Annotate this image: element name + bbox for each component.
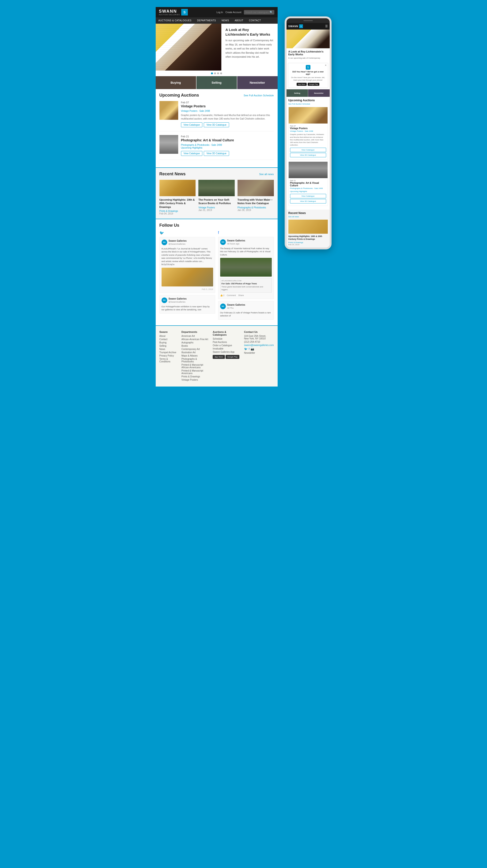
footer-privacy[interactable]: Privacy Policy [159, 354, 178, 357]
auction-category-1[interactable]: Vintage Posters · Sale 2498 [181, 110, 210, 112]
view-3d-catalogue-btn-1[interactable]: View 3D Catalogue [204, 122, 229, 127]
mobile-view-catalogue-btn-2[interactable]: View Catalogue [290, 194, 326, 198]
follow-us-section: Follow Us 🐦 SG Swann Galleries @SwannGal… [156, 219, 278, 326]
cta-newsletter-button[interactable]: Newsletter [237, 76, 278, 89]
footer-terms[interactable]: Terms & Conditions [159, 358, 178, 363]
mobile-auction-cat-2[interactable]: Photographs & Photobooks · Sale 2499 [290, 187, 326, 189]
footer-facebook-icon[interactable]: f [249, 347, 249, 351]
footer-google-play-btn[interactable]: Google Play [225, 355, 240, 359]
cta-selling-button[interactable]: Selling [196, 76, 237, 89]
dot-4[interactable] [220, 72, 222, 74]
footer-invaluable[interactable]: Invaluable [213, 347, 240, 350]
cta-buying-button[interactable]: Buying [156, 76, 196, 89]
news-section: Recent News See all news Upcoming Highli… [156, 168, 278, 219]
news-category-3[interactable]: Photographs & Photobooks [238, 206, 274, 209]
view-catalogue-btn-2[interactable]: View Catalogue [181, 151, 203, 156]
dot-3[interactable] [217, 72, 219, 74]
mobile-cta-newsletter[interactable]: Newsletter [308, 89, 330, 97]
facebook-comment-btn[interactable]: Comment [227, 294, 236, 297]
footer-american-art[interactable]: American Art [181, 335, 209, 337]
logo-subtitle: AUCTION GALLERIES [159, 14, 180, 16]
footer-twitter-icon[interactable]: 🐦 [244, 347, 248, 351]
footer-newsletter-link[interactable]: Newsletter [244, 351, 274, 354]
auction-highlight-2[interactable]: Upcoming Highlights [181, 147, 274, 149]
mobile-auction-highlight-2[interactable]: Upcoming Highlights [290, 190, 326, 192]
site-header: SWANN AUCTION GALLERIES S Log In Create … [156, 7, 278, 17]
footer-instagram-icon[interactable]: 📷 [251, 347, 254, 351]
logo-icon: S [181, 9, 188, 16]
footer-schedule[interactable]: Schedule [213, 338, 240, 340]
facebook-post-2-header: SG Swann Galleries 4d Thu [220, 303, 272, 310]
footer-swann-app[interactable]: Swann Galleries App [213, 351, 240, 353]
twitter-icon: 🐦 [159, 231, 164, 235]
create-account-link[interactable]: Create Account [225, 11, 241, 13]
footer-email[interactable]: swann@swanngalleries.com [244, 344, 274, 346]
mobile-see-all-news[interactable]: See all news [288, 216, 328, 218]
footer-selling[interactable]: Selling [159, 345, 178, 347]
mobile-news-cat-1[interactable]: Prints & Drawings [288, 242, 328, 244]
mobile-auction-desc-1: Graphic posters by Cassandre, Hohlwein a… [290, 133, 326, 146]
footer-prints-drawings[interactable]: Prints & Drawings [181, 375, 209, 378]
footer-news[interactable]: News [159, 348, 178, 350]
dot-2[interactable] [214, 72, 216, 74]
hero-section: A Look at Roy Lichtenstein's Early Works… [156, 24, 278, 70]
mobile-cta-selling[interactable]: Selling [286, 89, 308, 97]
footer-maps[interactable]: Maps & Atlases [181, 354, 209, 357]
news-date-3: Jan 30, 2019 [238, 209, 274, 211]
nav-contact[interactable]: CONTACT [246, 17, 264, 24]
cta-row: Buying Selling Newsletter [156, 76, 278, 89]
facebook-post-1-image [220, 258, 272, 277]
popup-app-store-btn[interactable]: App Store [297, 83, 307, 86]
logo-area: SWANN AUCTION GALLERIES S [159, 9, 188, 16]
mobile-view-3d-btn-2[interactable]: View 3D Catalogue [290, 199, 326, 204]
facebook-post-1-footer: 👍 2 Comment Share [220, 294, 272, 297]
footer-printed-americans[interactable]: Printed & Manuscript Americans [181, 369, 209, 375]
footer-autographs[interactable]: Autographs [181, 341, 209, 344]
footer-vintage-posters[interactable]: Vintage Posters [181, 378, 209, 381]
footer-buying[interactable]: Buying [159, 341, 178, 344]
mobile-see-full-link[interactable]: See Full Auction Schedule [288, 103, 328, 105]
footer-swann-col: Swann About Contact Buying Selling News … [159, 331, 178, 382]
footer-contemporary[interactable]: Contemporary Art [181, 348, 209, 350]
footer-trumpet[interactable]: Trumpet Archive [159, 351, 178, 354]
view-catalogue-btn-1[interactable]: View Catalogue [181, 122, 203, 127]
facebook-link-preview: ATLASOBSCURA.COM For Sale: Old Photos of… [220, 278, 272, 292]
nav-about[interactable]: ABOUT [232, 17, 246, 24]
footer-order-catalogue[interactable]: Order a Catalogue [213, 344, 240, 347]
footer-contact[interactable]: Contact [159, 338, 178, 341]
news-category-1[interactable]: Prints & Drawings [159, 210, 196, 212]
twitter-post-1-text: #LouisJRhead's "Le Journal de la Beauté"… [161, 247, 213, 266]
mobile-view-catalogue-btn-1[interactable]: View Catalogue [290, 148, 326, 152]
facebook-share-btn[interactable]: Share [238, 294, 244, 297]
search-input[interactable] [245, 11, 269, 13]
nav-auctions[interactable]: AUCTIONS & CATALOGUES [156, 17, 194, 24]
footer-illustration[interactable]: Illustration Art [181, 351, 209, 354]
popup-close-button[interactable]: ✕ [325, 64, 327, 67]
footer-about[interactable]: About [159, 335, 178, 337]
popup-google-play-btn[interactable]: Google Play [308, 83, 319, 86]
nav-departments[interactable]: DEPARTMENTS [194, 17, 219, 24]
auction-category-2[interactable]: Photographs & Photobooks · Sale 2499 [181, 144, 222, 146]
view-3d-catalogue-btn-2[interactable]: View 3D Catalogue [204, 151, 229, 156]
auction-date-2: Feb 21 [181, 135, 274, 138]
see-all-news-link[interactable]: See all news [259, 173, 274, 176]
footer-app-store-btn[interactable]: App Store [213, 355, 225, 359]
nav-news[interactable]: NEWS [219, 17, 232, 24]
mobile-menu-icon[interactable]: ☰ [325, 25, 328, 28]
footer-books[interactable]: Books [181, 345, 209, 347]
facebook-post-2-text: Our February 21 sale of Vintage Posters … [220, 311, 272, 318]
mobile-auction-cat-1[interactable]: Vintage Posters · Sale 2498 [290, 130, 326, 132]
mobile-view-3d-btn-1[interactable]: View 3D Catalogue [290, 153, 326, 157]
footer-past-auctions[interactable]: Past Auctions [213, 341, 240, 343]
footer-photographs[interactable]: Photographs & Photobooks [181, 358, 209, 363]
news-card-3: Traveling with Vivian Maier – Notes from… [238, 180, 274, 215]
footer-african-american[interactable]: African-American Fine Art [181, 338, 209, 341]
see-full-schedule-link[interactable]: See Full Auction Schedule [244, 94, 274, 97]
search-icon[interactable]: 🔍 [270, 11, 273, 14]
mobile-news-item-title-1: Upcoming Highlights: 19th & 20th Century… [288, 235, 328, 241]
mobile-news-date-1: Feb 04, 2019 [288, 244, 328, 246]
dot-1[interactable] [211, 72, 213, 74]
news-category-2[interactable]: Vintage Posters [199, 206, 235, 209]
footer-printed-african[interactable]: Printed & Manuscript African-Americans [181, 364, 209, 369]
login-link[interactable]: Log In [216, 11, 223, 13]
